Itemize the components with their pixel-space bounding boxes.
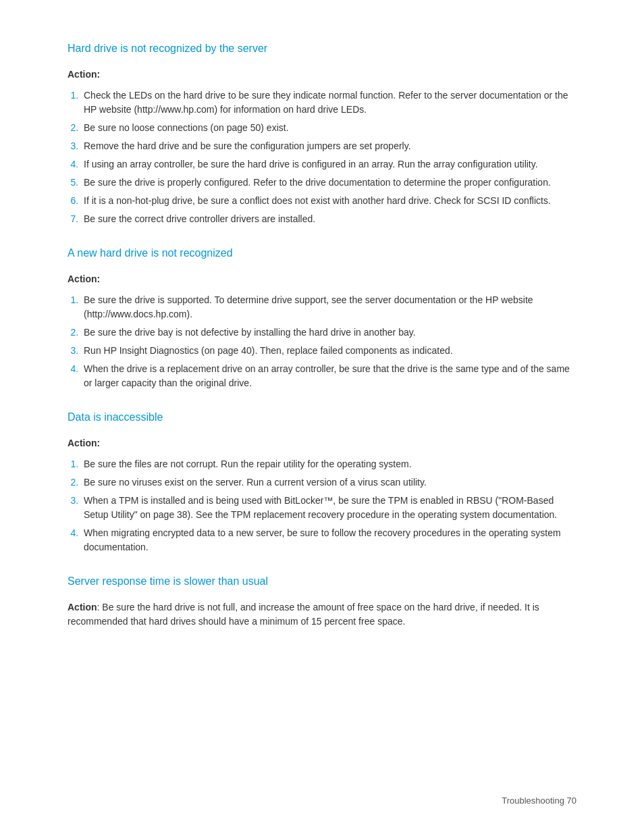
- server-response-action-text: Action: Be sure the hard drive is not fu…: [68, 600, 576, 629]
- list-item: Be sure the drive is supported. To deter…: [81, 293, 576, 321]
- footer-text: Troubleshooting 70: [502, 796, 576, 806]
- section-server-response-time: Server response time is slower than usua…: [68, 573, 576, 629]
- list-item: Check the LEDs on the hard drive to be s…: [81, 88, 576, 117]
- list-item: Run HP Insight Diagnostics (on page 40).…: [81, 344, 576, 358]
- list-item: Remove the hard drive and be sure the co…: [81, 139, 576, 153]
- heading-hard-drive-not-recognized: Hard drive is not recognized by the serv…: [68, 41, 576, 57]
- section-data-inaccessible: Data is inaccessible Action: Be sure the…: [68, 409, 576, 554]
- action-label-1: Action:: [68, 68, 576, 82]
- page: Hard drive is not recognized by the serv…: [0, 0, 644, 834]
- list-item: Be sure the files are not corrupt. Run t…: [81, 457, 576, 471]
- action-label-2: Action:: [68, 272, 576, 286]
- list-item: Be sure no loose connections (on page 50…: [81, 121, 576, 135]
- list-item: Be sure no viruses exist on the server. …: [81, 475, 576, 490]
- page-footer: Troubleshooting 70: [502, 794, 576, 808]
- list-item: When a TPM is installed and is being use…: [81, 494, 576, 522]
- section-hard-drive-not-recognized: Hard drive is not recognized by the serv…: [68, 41, 576, 226]
- list-item: If it is a non-hot-plug drive, be sure a…: [81, 194, 576, 208]
- list-new-hard-drive: Be sure the drive is supported. To deter…: [81, 293, 576, 390]
- list-item: When the drive is a replacement drive on…: [81, 362, 576, 390]
- list-item: Be sure the drive is properly configured…: [81, 176, 576, 190]
- heading-new-hard-drive: A new hard drive is not recognized: [68, 245, 576, 261]
- list-item: If using an array controller, be sure th…: [81, 157, 576, 172]
- list-item: When migrating encrypted data to a new s…: [81, 526, 576, 554]
- list-data-inaccessible: Be sure the files are not corrupt. Run t…: [81, 457, 576, 554]
- heading-data-inaccessible: Data is inaccessible: [68, 409, 576, 425]
- list-item: Be sure the drive bay is not defective b…: [81, 325, 576, 340]
- list-item: Be sure the correct drive controller dri…: [81, 212, 576, 226]
- heading-server-response-time: Server response time is slower than usua…: [68, 573, 576, 590]
- action-label-4-rest: : Be sure the hard drive is not full, an…: [68, 602, 539, 627]
- section-new-hard-drive: A new hard drive is not recognized Actio…: [68, 245, 576, 390]
- action-label-3: Action:: [68, 436, 576, 450]
- action-label-4-bold: Action: [68, 602, 97, 613]
- list-hard-drive-not-recognized: Check the LEDs on the hard drive to be s…: [81, 88, 576, 226]
